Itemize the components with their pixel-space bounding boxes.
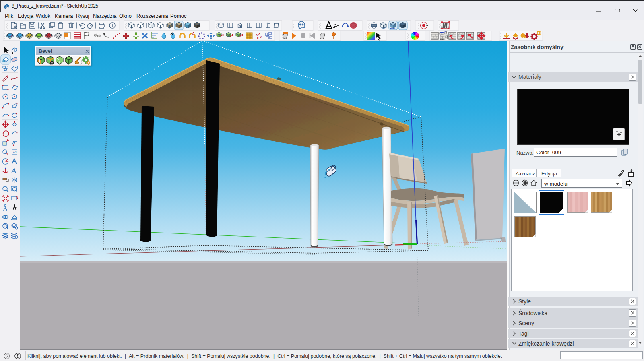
svg-text:x: x bbox=[260, 35, 262, 39]
svg-text:#: # bbox=[11, 34, 13, 37]
svg-text:A1: A1 bbox=[13, 151, 17, 154]
svg-text:x: x bbox=[257, 36, 259, 40]
